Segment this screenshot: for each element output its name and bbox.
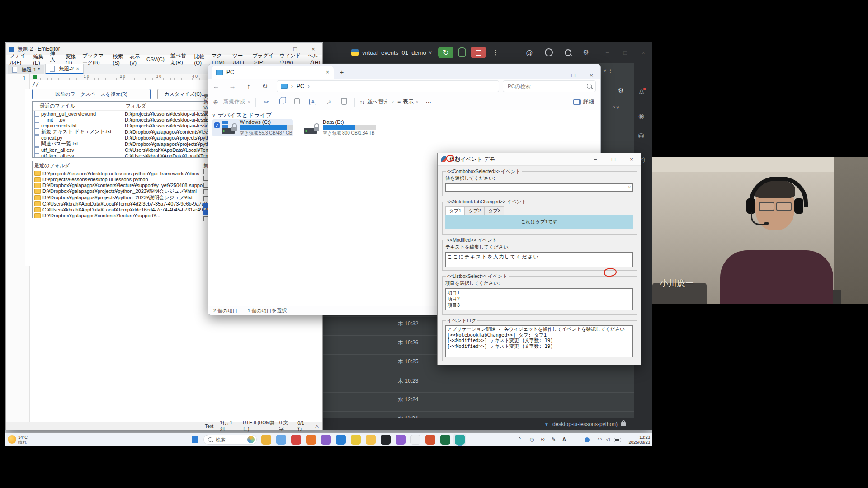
taskbar-app-icon[interactable] (351, 435, 361, 445)
section-chevron-icon[interactable]: ˅ (212, 113, 215, 118)
list-item[interactable] (323, 374, 634, 393)
column-header-file[interactable]: 最近のファイル (40, 103, 126, 109)
menu-bookmark[interactable]: ブックマーク(B) (82, 52, 107, 66)
ime-mode-indicator[interactable]: A (562, 436, 566, 442)
maximize-button[interactable]: □ (616, 49, 634, 56)
taskbar-active-app-icon[interactable] (455, 435, 465, 445)
tab-2[interactable]: タブ2 (465, 206, 484, 215)
ai-assistant-icon[interactable]: @ (526, 49, 533, 56)
menu-search[interactable]: 検索(S) (113, 53, 123, 66)
taskbar-app-icon[interactable] (306, 435, 316, 445)
text-widget[interactable]: ここにテキストを入力してください... (445, 252, 633, 267)
taskbar-app-icon[interactable] (261, 435, 271, 445)
new-tab-icon[interactable]: + (340, 69, 344, 76)
taskbar-app-icon[interactable] (291, 435, 301, 445)
more-actions-icon[interactable]: ⋮ (492, 48, 499, 56)
close-tab-icon[interactable]: × (326, 69, 329, 75)
taskbar-app-icon[interactable] (336, 435, 346, 445)
stop-button[interactable] (471, 47, 486, 58)
taskbar-app-icon[interactable] (396, 435, 406, 445)
maximize-button[interactable]: □ (564, 72, 582, 79)
list-item[interactable]: 項目3 (448, 302, 631, 308)
forward-icon[interactable]: → (224, 82, 241, 90)
share-icon[interactable]: ↗ (321, 99, 336, 106)
close-button[interactable]: × (623, 156, 641, 163)
add-user-icon[interactable] (545, 48, 553, 56)
search-input[interactable] (507, 83, 587, 89)
tray-clock-icon[interactable]: ◷ (530, 436, 534, 442)
document-tab-1[interactable]: 無題-1 * (8, 65, 44, 74)
minimize-button[interactable]: − (586, 156, 604, 163)
taskbar-folder-icon[interactable] (366, 435, 376, 445)
taskbar-search[interactable]: 検索 (203, 435, 257, 445)
menu-file[interactable]: ファイル(F) (9, 52, 27, 66)
wifi-icon[interactable]: ◠ (598, 436, 602, 442)
status-mode[interactable]: Text (205, 423, 213, 429)
explorer-tab-pc[interactable]: PC × (212, 66, 334, 79)
rename-icon[interactable]: A (309, 99, 316, 105)
taskbar-powerpoint-icon[interactable] (425, 435, 435, 445)
taskbar-app-icon[interactable] (321, 435, 331, 445)
copy-icon[interactable] (274, 99, 289, 106)
refresh-icon[interactable]: ↻ (257, 82, 273, 90)
database-icon[interactable]: ⛁ (638, 132, 644, 140)
search-icon[interactable] (587, 84, 592, 89)
menu-edit[interactable]: 編集(E) (33, 53, 44, 66)
close-button[interactable]: × (304, 46, 322, 52)
close-tab-icon[interactable]: × (76, 66, 79, 71)
delete-trash-icon[interactable] (336, 98, 352, 106)
breadcrumb-pc[interactable]: PC (297, 83, 304, 89)
list-item[interactable]: 項目2 (448, 296, 631, 302)
tray-pen-icon[interactable]: ✎ (552, 436, 556, 442)
taskbar-app-icon[interactable] (276, 435, 286, 445)
start-button-icon[interactable] (192, 436, 198, 443)
volume-icon[interactable]: ◁ (606, 436, 609, 442)
document-tab-2[interactable]: 無題-2 × (45, 64, 84, 74)
chevron-down-icon[interactable]: ˅ (429, 50, 432, 55)
section-devices-drives[interactable]: ˅ デバイスとドライブ (212, 111, 272, 119)
back-icon[interactable]: ← (208, 82, 224, 90)
menu-compare[interactable]: 比較(O) (194, 53, 205, 66)
maximize-button[interactable]: □ (286, 46, 304, 52)
tray-chevron-up-icon[interactable]: ^ (519, 436, 521, 442)
debug-bug-icon[interactable] (458, 47, 466, 57)
drive-tile-windows-c[interactable]: ✓ Windows (C:) 空き領域 55.3 GB/487 GB (212, 119, 293, 136)
taskbar-terminal-icon[interactable] (381, 435, 391, 445)
new-item-label[interactable]: 新規作成 (223, 98, 245, 106)
run-config-selector[interactable]: virtual_events_01_demo (362, 49, 426, 56)
menu-view[interactable]: 表示(V) (130, 53, 141, 66)
taskbar-app-icon[interactable] (410, 435, 420, 445)
lock-icon[interactable] (621, 422, 626, 426)
notifications-bell-icon[interactable]: 🕭 (638, 88, 645, 96)
restore-workspace-button[interactable]: 以前のワークスペースを復元(R) (32, 89, 151, 99)
cut-icon[interactable]: ✂ (259, 99, 274, 106)
new-item-plus-icon[interactable]: ⊕ (208, 99, 223, 106)
search-everywhere-icon[interactable] (565, 49, 571, 56)
paste-icon[interactable] (289, 98, 305, 106)
project-path[interactable]: desktop-ui-lessons-python) (552, 421, 618, 427)
run-button[interactable]: ↻ (438, 47, 453, 58)
tab-1[interactable]: タブ1 (445, 206, 465, 215)
combobox[interactable]: ˅ (445, 183, 633, 192)
drive-tile-data-d[interactable]: Data (D:) 空き領域 800 GB/1.34 TB (302, 119, 379, 136)
minimize-button[interactable]: − (546, 72, 564, 79)
expand-collapse-icons[interactable]: ^ ˅ (613, 105, 619, 110)
weather-sun-icon[interactable] (8, 435, 16, 444)
tab-3[interactable]: タブ3 (485, 206, 504, 215)
status-encoding[interactable]: UTF-8 (BOM無し) (243, 420, 279, 432)
chevron-down-icon[interactable]: ˅ ⋮ (604, 68, 613, 74)
close-button[interactable]: × (634, 49, 652, 56)
event-log[interactable]: アプリケーション開始 - 各ウィジェットを操作してイベントを確認してください [… (445, 325, 633, 357)
maximize-button[interactable]: □ (604, 156, 623, 163)
column-header-folder[interactable]: フォルダ (126, 103, 146, 109)
combo-arrow-icon[interactable]: ˅ (628, 185, 631, 190)
close-button[interactable]: × (582, 72, 600, 79)
tray-mic-icon[interactable]: ⊙ (541, 436, 545, 442)
menu-csv[interactable]: CSV(C) (146, 56, 165, 62)
settings-gear-icon[interactable]: ⚙ (583, 48, 589, 56)
search-box[interactable] (503, 80, 596, 92)
up-icon[interactable]: ↑ (241, 82, 257, 90)
taskbar-excel-icon[interactable] (440, 435, 450, 445)
dropdown-marker-icon[interactable]: ▼ (544, 422, 549, 427)
weather-widget[interactable]: 34°C 晴れ (18, 435, 28, 445)
